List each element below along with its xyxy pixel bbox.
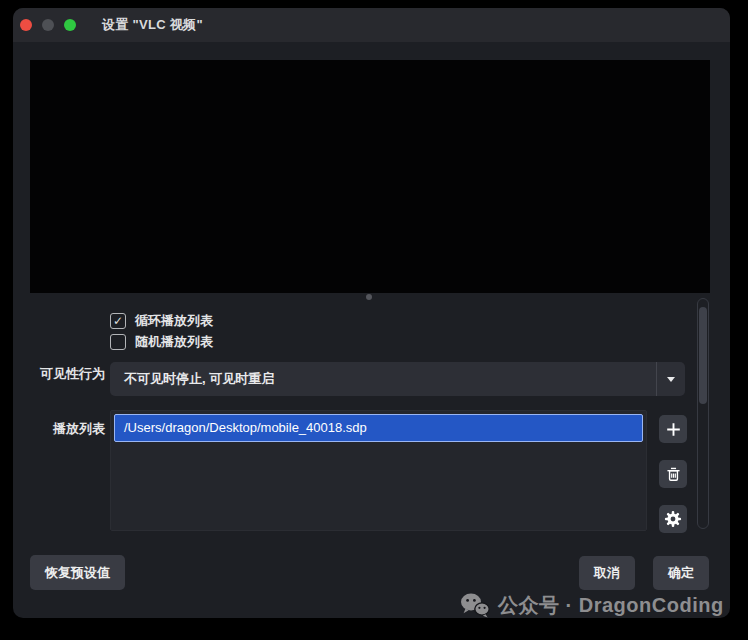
- playlist-item-selected[interactable]: /Users/dragon/Desktop/mobile_40018.sdp: [114, 414, 643, 442]
- checkmark-icon: ✓: [113, 315, 123, 327]
- shuffle-playlist-label: 随机播放列表: [135, 333, 213, 351]
- defaults-button[interactable]: 恢复预设值: [30, 555, 125, 590]
- cancel-button[interactable]: 取消: [579, 556, 635, 590]
- wechat-icon: [460, 592, 490, 619]
- visibility-behavior-select[interactable]: 不可见时停止, 可见时重启: [110, 362, 685, 396]
- titlebar[interactable]: 设置 "VLC 视频": [13, 8, 730, 42]
- shuffle-playlist-checkbox[interactable]: ✓: [110, 334, 126, 350]
- visibility-selected-option: 不可见时停止, 可见时重启: [124, 362, 274, 396]
- dropdown-arrow-zone[interactable]: [656, 362, 685, 396]
- plus-icon: [665, 421, 682, 438]
- gear-icon: [664, 510, 682, 528]
- minimize-button[interactable]: [42, 19, 54, 31]
- close-button[interactable]: [20, 19, 32, 31]
- loop-playlist-label: 循环播放列表: [135, 312, 213, 330]
- zoom-button[interactable]: [64, 19, 76, 31]
- ok-button[interactable]: 确定: [653, 556, 709, 590]
- shuffle-playlist-checkbox-row[interactable]: ✓ 随机播放列表: [110, 333, 213, 351]
- splitter-handle[interactable]: [366, 294, 372, 300]
- loop-playlist-checkbox[interactable]: ✓: [110, 313, 126, 329]
- vlc-source-properties-dialog: 设置 "VLC 视频" ✓ 循环播放列表 ✓ 随机播放列表 可见性行为 不可见时…: [13, 8, 730, 618]
- scrollbar-thumb[interactable]: [699, 307, 707, 404]
- playlist-list[interactable]: /Users/dragon/Desktop/mobile_40018.sdp: [110, 410, 647, 531]
- window-title: 设置 "VLC 视频": [102, 16, 203, 34]
- watermark: 公众号 · DragonCoding: [460, 592, 724, 619]
- playlist-label: 播放列表: [13, 420, 105, 438]
- chevron-down-icon: [667, 377, 675, 382]
- add-button[interactable]: [659, 415, 687, 443]
- trash-icon: [665, 466, 682, 483]
- loop-playlist-checkbox-row[interactable]: ✓ 循环播放列表: [110, 312, 213, 330]
- video-preview: [30, 60, 710, 293]
- visibility-behavior-label: 可见性行为: [13, 365, 105, 383]
- scrollbar-track[interactable]: [697, 298, 709, 529]
- remove-button[interactable]: [659, 460, 687, 488]
- watermark-text: 公众号 · DragonCoding: [498, 592, 724, 619]
- configure-button[interactable]: [659, 505, 687, 533]
